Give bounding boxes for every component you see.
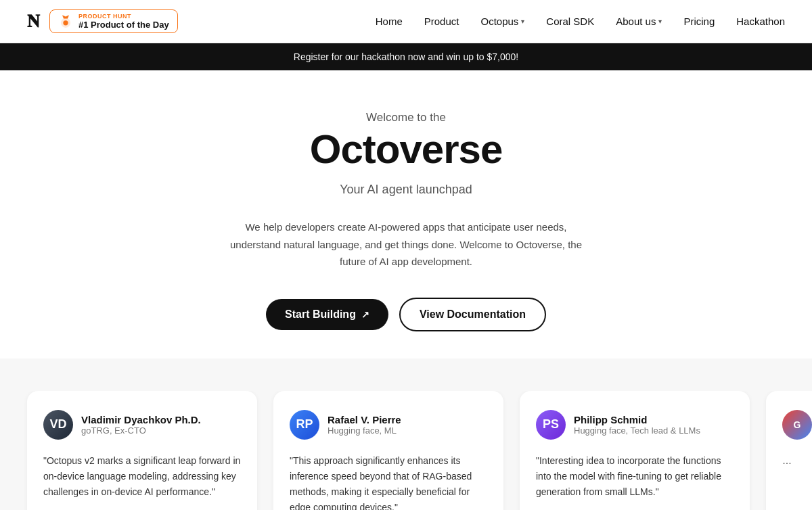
avatar-1: RP: [290, 410, 319, 440]
hero-subtitle: Welcome to the: [366, 111, 446, 124]
hero-title: Octoverse: [310, 127, 503, 172]
testimonials-row: VD Vladimir Dyachkov Ph.D. goTRG, Ex-CTO…: [0, 391, 812, 511]
author-info-1: Rafael V. Pierre Hugging face, ML: [328, 414, 401, 436]
avatar-0: VD: [43, 410, 73, 440]
testimonial-card-0: VD Vladimir Dyachkov Ph.D. goTRG, Ex-CTO…: [27, 391, 257, 511]
testimonial-card-2: PS Philipp Schmid Hugging face, Tech lea…: [520, 391, 750, 511]
logo: 𝐍: [27, 11, 39, 32]
hero-buttons: Start Building ↗ View Documentation: [266, 298, 546, 331]
hackathon-banner[interactable]: Register for our hackathon now and win u…: [0, 43, 812, 70]
nav-item-coral[interactable]: Coral SDK: [546, 16, 594, 28]
testimonial-author-3: G: [782, 410, 812, 440]
hero-section: Welcome to the Octoverse Your AI agent l…: [0, 70, 812, 358]
testimonials-section: VD Vladimir Dyachkov Ph.D. goTRG, Ex-CTO…: [0, 358, 812, 511]
hero-tagline: Your AI agent launchpad: [340, 183, 472, 197]
testimonial-card-1: RP Rafael V. Pierre Hugging face, ML "Th…: [273, 391, 503, 511]
hero-description: We help developers create AI-powered app…: [223, 218, 589, 271]
avatar-2: PS: [536, 410, 566, 440]
testimonial-author-2: PS Philipp Schmid Hugging face, Tech lea…: [536, 410, 734, 440]
navbar-left: 𝐍 Product Hunt #1 Product of the Day: [27, 9, 178, 33]
medal-icon: [58, 14, 73, 29]
nav-item-octopus[interactable]: Octopus: [480, 16, 524, 27]
start-building-button[interactable]: Start Building ↗: [266, 299, 388, 330]
nav-links: Home Product Octopus Coral SDK About us …: [376, 16, 785, 28]
external-link-icon: ↗: [361, 309, 369, 320]
testimonial-author-0: VD Vladimir Dyachkov Ph.D. goTRG, Ex-CTO: [43, 410, 241, 440]
author-info-0: Vladimir Dyachkov Ph.D. goTRG, Ex-CTO: [81, 414, 201, 436]
nav-item-hackathon[interactable]: Hackathon: [736, 16, 785, 28]
product-hunt-badge[interactable]: Product Hunt #1 Product of the Day: [49, 9, 178, 33]
testimonial-card-3: G …: [766, 391, 812, 511]
svg-point-1: [63, 20, 68, 25]
nav-item-product[interactable]: Product: [424, 16, 459, 28]
partial-text: …: [782, 453, 812, 469]
navbar: 𝐍 Product Hunt #1 Product of the Day Hom…: [0, 0, 812, 43]
nav-item-pricing[interactable]: Pricing: [683, 16, 715, 28]
product-hunt-text: Product Hunt #1 Product of the Day: [78, 13, 169, 30]
author-info-2: Philipp Schmid Hugging face, Tech lead &…: [574, 414, 700, 436]
testimonial-author-1: RP Rafael V. Pierre Hugging face, ML: [290, 410, 487, 440]
view-documentation-button[interactable]: View Documentation: [399, 298, 546, 331]
nav-item-about[interactable]: About us: [616, 16, 662, 27]
nav-item-home[interactable]: Home: [376, 16, 403, 28]
avatar-3: G: [782, 410, 812, 440]
